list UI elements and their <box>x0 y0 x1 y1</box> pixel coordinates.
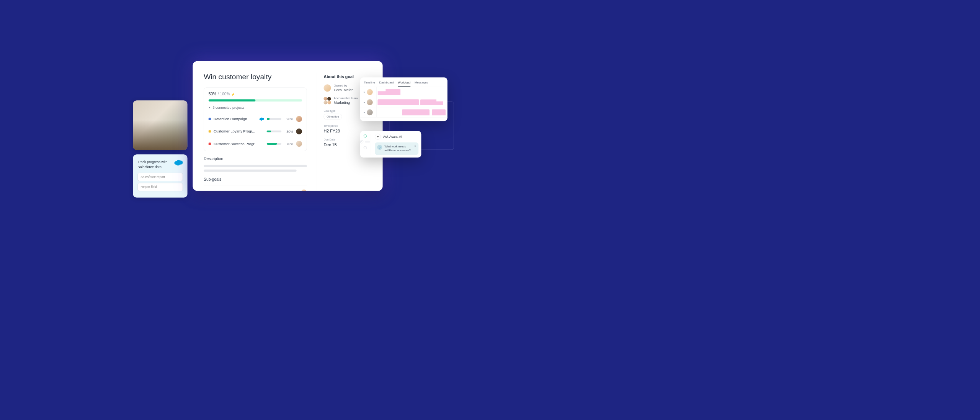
project-percent: 30% <box>284 129 293 133</box>
workload-tabs: Timeline Dashboard Workload Messages <box>360 77 448 87</box>
workload-bar <box>432 109 446 116</box>
salesforce-report-input[interactable] <box>137 173 183 181</box>
project-color-dot <box>209 130 211 132</box>
connected-projects-toggle[interactable]: ▼ 3 connected projects <box>209 106 302 109</box>
assignee-avatar[interactable] <box>296 116 302 122</box>
project-row[interactable]: Retention Campaign 20% <box>209 113 302 125</box>
salesforce-logo-icon <box>174 159 183 165</box>
description-placeholder-line <box>204 165 307 167</box>
time-period-label: Time period <box>323 124 382 127</box>
caret-right-icon: ▶ <box>364 91 365 93</box>
project-name: Customer Loyalty Progr... <box>214 129 264 134</box>
check-circle-icon <box>364 146 367 149</box>
goal-detail-panel: Win customer loyalty 50% / 100% ⚡ ▼ 3 co… <box>193 61 382 191</box>
project-name: Customer Success Progr... <box>214 142 264 146</box>
workload-panel: Timeline Dashboard Workload Messages ▶ ▶ <box>360 77 448 121</box>
project-name: Retention Campaign <box>214 117 256 121</box>
assignee-avatar[interactable] <box>296 128 302 134</box>
team-value: Marketing <box>334 100 358 105</box>
salesforce-mini-icon <box>259 118 264 121</box>
lightning-icon: ⚡ <box>231 93 235 96</box>
salesforce-field-input[interactable] <box>137 183 183 191</box>
ai-suggested-prompt[interactable]: ? What work needs additional resources? … <box>375 142 418 155</box>
subgoal-name: CSAT exceeds 95% Gl... <box>208 190 269 191</box>
caret-right-icon: ▶ <box>364 111 365 113</box>
subgoal-percent: 30% <box>289 191 298 191</box>
ai-assistant-card: ✦ Ask Asana AI ? What work needs additio… <box>360 131 421 157</box>
connected-projects-label: 3 connected projects <box>213 106 245 109</box>
workload-row[interactable]: ▶ <box>360 97 448 107</box>
progress-header: 50% / 100% ⚡ <box>209 92 302 96</box>
project-progress-bar <box>267 118 281 120</box>
assignee-avatar[interactable] <box>296 141 302 147</box>
workload-bar <box>420 99 443 105</box>
workload-bar <box>402 109 430 116</box>
owned-by-value: Coral Meier <box>334 88 353 92</box>
owned-by-label: Owned by <box>334 84 353 87</box>
assignee-avatar[interactable] <box>301 190 307 191</box>
progress-current: 50% <box>209 92 216 96</box>
tab-messages[interactable]: Messages <box>415 81 428 87</box>
subgoals-heading: Sub-goals <box>204 177 307 182</box>
workload-bar <box>377 89 400 95</box>
progress-total: / 100% <box>218 92 230 96</box>
svg-point-3 <box>176 162 180 165</box>
diamond-icon <box>363 134 367 138</box>
check-circle-icon <box>360 140 363 143</box>
workload-bar <box>377 99 419 105</box>
chevron-down-icon: ▼ <box>209 106 211 109</box>
workload-avatar <box>367 99 373 105</box>
progress-bar <box>209 99 302 101</box>
meeting-photo <box>133 100 187 150</box>
project-color-dot <box>209 143 211 145</box>
close-icon[interactable]: ✕ <box>414 145 416 148</box>
goal-type-tag[interactable]: Objective <box>323 114 342 119</box>
team-avatar-stack <box>323 97 331 104</box>
salesforce-integration-card: Track progress with Salesforce data <box>133 154 187 198</box>
tab-workload[interactable]: Workload <box>398 81 410 87</box>
project-percent: 20% <box>284 117 293 121</box>
team-label: Accountable team <box>334 96 358 100</box>
workload-avatar <box>367 89 373 95</box>
project-row[interactable]: Customer Success Progr... 70% <box>209 137 302 150</box>
project-progress-bar <box>267 131 281 132</box>
project-percent: 70% <box>284 142 293 146</box>
subgoal-row[interactable]: CSAT exceeds 95% Gl... 30% <box>204 186 307 191</box>
caret-right-icon: ▶ <box>364 101 365 103</box>
goal-title: Win customer loyalty <box>204 73 307 81</box>
tab-dashboard[interactable]: Dashboard <box>379 81 394 87</box>
question-icon: ? <box>377 145 382 150</box>
tab-timeline[interactable]: Timeline <box>364 81 375 87</box>
project-color-dot <box>209 118 211 120</box>
svg-point-7 <box>260 119 262 121</box>
project-progress-bar <box>267 143 281 145</box>
owner-avatar <box>323 84 331 92</box>
description-placeholder-line <box>204 170 296 172</box>
skeleton-line <box>365 141 370 143</box>
workload-row[interactable]: ▶ <box>360 87 448 97</box>
workload-row[interactable]: ▶ <box>360 107 448 117</box>
ai-prompt-text: What work needs additional resources? <box>384 145 412 152</box>
ai-title: Ask Asana AI <box>383 135 402 139</box>
workload-avatar <box>367 109 373 115</box>
description-heading: Description <box>204 157 307 161</box>
project-row[interactable]: Customer Loyalty Progr... 30% <box>209 125 302 137</box>
salesforce-card-title: Track progress with Salesforce data <box>137 159 172 169</box>
ai-header[interactable]: ✦ Ask Asana AI <box>375 134 418 140</box>
progress-card: 50% / 100% ⚡ ▼ 3 connected projects Rete… <box>204 88 307 151</box>
sparkle-icon: ✦ <box>375 134 381 140</box>
